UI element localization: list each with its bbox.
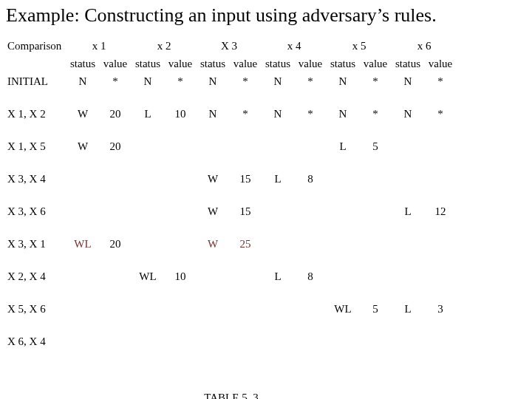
cell-value (99, 332, 132, 350)
cell-value: * (359, 105, 392, 123)
cell-value: * (359, 72, 392, 90)
cell-status (392, 235, 424, 253)
cell-status: N (392, 105, 424, 123)
cell-value: 8 (294, 267, 327, 285)
subhead-status: status (392, 55, 424, 72)
cell-status (197, 300, 229, 318)
subhead-status: status (197, 55, 229, 72)
cell-status: N (262, 105, 294, 123)
cell-status: L (262, 267, 294, 285)
cell-status: W (66, 105, 99, 123)
cell-value: 12 (424, 202, 457, 220)
cell-value (294, 235, 327, 253)
cell-value (359, 235, 392, 253)
cell-value (164, 137, 197, 155)
cell-value (424, 170, 457, 188)
cell-value (99, 170, 132, 188)
cell-value (164, 300, 197, 318)
cell-value (424, 137, 457, 155)
cell-status (132, 202, 164, 220)
page-title: Example: Constructing an input using adv… (6, 4, 526, 27)
cell-status: L (262, 170, 294, 188)
cell-status: N (392, 72, 424, 90)
cell-value (294, 137, 327, 155)
cell-value: * (229, 72, 262, 90)
row-initial: INITIAL N * N * N * N * N * N * (6, 72, 457, 90)
cell-value (294, 202, 327, 220)
cell-value: * (294, 105, 327, 123)
cell-value (294, 332, 327, 350)
cell-status (197, 267, 229, 285)
row-label: X 2, X 4 (6, 267, 66, 285)
cell-value (424, 267, 457, 285)
cell-value (229, 300, 262, 318)
cell-value: 5 (359, 300, 392, 318)
col-x6: x 6 (392, 37, 457, 55)
table-subheader-row: status value status value status value s… (6, 55, 457, 72)
cell-value: 3 (424, 300, 457, 318)
cell-status: WL (327, 300, 359, 318)
cell-status (262, 300, 294, 318)
row-label: X 3, X 1 (6, 235, 66, 253)
cell-status: L (132, 105, 164, 123)
cell-status: W (197, 170, 229, 188)
cell-value: 10 (164, 267, 197, 285)
subhead-value: value (99, 55, 132, 72)
row-label: X 1, X 5 (6, 137, 66, 155)
cell-status (327, 235, 359, 253)
cell-status: WL (132, 267, 164, 285)
cell-status (66, 332, 99, 350)
cell-value (99, 202, 132, 220)
cell-status (392, 267, 424, 285)
cell-value (99, 267, 132, 285)
cell-status: W (66, 137, 99, 155)
subhead-value: value (424, 55, 457, 72)
caption-row: TABLE 5. 3 (6, 389, 457, 399)
cell-status: N (132, 72, 164, 90)
row-x3x4: X 3, X 4 W 15 L 8 (6, 170, 457, 188)
cell-status (197, 137, 229, 155)
cell-value (359, 332, 392, 350)
cell-status (327, 332, 359, 350)
cell-value: 15 (229, 202, 262, 220)
adversary-table: Comparison x 1 x 2 X 3 x 4 x 5 x 6 statu… (6, 37, 457, 399)
row-label: X 6, X 4 (6, 332, 66, 350)
cell-value (359, 267, 392, 285)
row-x1x2: X 1, X 2 W 20 L 10 N * N * N * N * (6, 105, 457, 123)
row-x1x5: X 1, X 5 W 20 L 5 (6, 137, 457, 155)
subhead-status: status (66, 55, 99, 72)
subhead-value: value (164, 55, 197, 72)
row-x2x4: X 2, X 4 WL 10 L 8 (6, 267, 457, 285)
cell-status (197, 332, 229, 350)
cell-value: * (164, 72, 197, 90)
cell-status: L (392, 202, 424, 220)
header-comparison: Comparison (6, 37, 66, 55)
cell-value (424, 235, 457, 253)
row-label: X 5, X 6 (6, 300, 66, 318)
col-x3: X 3 (197, 37, 262, 55)
cell-status (327, 267, 359, 285)
subhead-value: value (359, 55, 392, 72)
row-label: X 1, X 2 (6, 105, 66, 123)
col-x1: x 1 (66, 37, 132, 55)
cell-status (132, 137, 164, 155)
subhead-value: value (229, 55, 262, 72)
cell-status (392, 332, 424, 350)
cell-status (392, 137, 424, 155)
cell-value (164, 202, 197, 220)
cell-value: 10 (164, 105, 197, 123)
table-caption: TABLE 5. 3 (6, 389, 457, 399)
col-x5: x 5 (327, 37, 392, 55)
row-label: INITIAL (6, 72, 66, 90)
cell-status (327, 170, 359, 188)
cell-status: N (66, 72, 99, 90)
cell-value (424, 332, 457, 350)
cell-value: * (424, 72, 457, 90)
cell-value: * (294, 72, 327, 90)
cell-value (164, 332, 197, 350)
cell-status (132, 300, 164, 318)
cell-value: 25 (229, 235, 262, 253)
cell-status: L (392, 300, 424, 318)
subhead-status: status (262, 55, 294, 72)
cell-status (262, 202, 294, 220)
